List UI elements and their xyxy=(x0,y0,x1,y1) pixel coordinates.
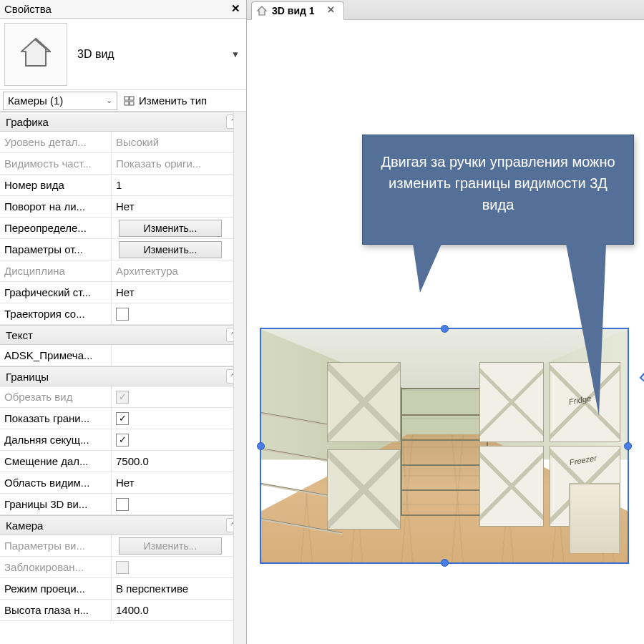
property-row: Видимость част...Показать ориги... xyxy=(0,153,246,175)
property-value-text: Нет xyxy=(116,286,242,298)
checkbox[interactable]: ✓ xyxy=(116,434,129,447)
property-row: Переопределе...Изменить... xyxy=(0,218,246,239)
type-selector[interactable]: 3D вид ▼ xyxy=(0,19,246,90)
crop-handle-south[interactable] xyxy=(441,559,449,567)
group-header[interactable]: Границы⌃⌃ xyxy=(0,366,246,386)
chevron-down-icon: ⌄ xyxy=(106,96,112,105)
property-value[interactable]: 7500.0 xyxy=(112,451,246,472)
edit-type-label: Изменить тип xyxy=(139,94,207,107)
crop-handle-east[interactable] xyxy=(624,442,632,450)
instance-combo[interactable]: Камеры (1) ⌄ xyxy=(3,92,117,110)
property-value[interactable] xyxy=(112,494,246,514)
group-label: Границы xyxy=(6,371,49,383)
property-row: Показать грани...✓ xyxy=(0,408,246,429)
panel-header: Свойства ✕ xyxy=(0,0,246,19)
property-label: Обрезать вид xyxy=(0,386,112,407)
property-value-text: Высокий xyxy=(116,136,242,148)
property-label: Дальняя секущ... xyxy=(0,429,112,450)
property-label: Параметры ви... xyxy=(0,535,112,556)
property-value[interactable]: 1 xyxy=(112,175,246,195)
property-value[interactable]: Нет xyxy=(112,282,246,303)
checkbox: ✓ xyxy=(116,391,129,404)
property-label: Поворот на ли... xyxy=(0,196,112,217)
svg-rect-2 xyxy=(125,97,129,100)
property-label: Номер вида xyxy=(0,175,112,195)
property-value[interactable]: Нет xyxy=(112,196,246,217)
tab-house-icon xyxy=(256,5,268,16)
property-value[interactable]: 1400.0 xyxy=(112,600,246,620)
properties-panel: Свойства ✕ 3D вид ▼ Камеры (1) ⌄ Изменит… xyxy=(0,0,247,644)
property-row: Уровень детал...Высокий xyxy=(0,132,246,153)
property-row: Графический ст...Нет xyxy=(0,282,246,303)
property-label: Параметры от... xyxy=(0,239,112,260)
svg-rect-5 xyxy=(130,102,134,105)
property-value: Изменить... xyxy=(112,218,246,238)
property-label: Заблокирован... xyxy=(0,557,112,577)
property-value: Показать ориги... xyxy=(112,153,246,174)
edit-type-button[interactable]: Изменить тип xyxy=(119,94,246,107)
property-value-text: Архитектура xyxy=(116,265,242,277)
property-row: Дальняя секущ...✓ xyxy=(0,429,246,451)
checkbox[interactable] xyxy=(116,308,129,321)
property-label: Границы 3D ви... xyxy=(0,494,112,514)
panel-title: Свойства xyxy=(4,3,229,15)
property-value[interactable]: Нет xyxy=(112,472,246,493)
property-value[interactable]: В перспективе xyxy=(112,578,246,599)
property-value-text: Нет xyxy=(116,477,242,489)
property-row: ADSK_Примеча... xyxy=(0,345,246,366)
grid-scrollbar[interactable] xyxy=(233,112,246,644)
tab-close-button[interactable]: ✕ xyxy=(326,6,336,16)
property-value-text: 7500.0 xyxy=(116,455,242,467)
property-label: Область видим... xyxy=(0,472,112,493)
view-tab-3d[interactable]: 3D вид 1 ✕ xyxy=(251,1,344,20)
crop-handle-north[interactable] xyxy=(441,325,449,333)
edit-button[interactable]: Изменить... xyxy=(119,241,222,258)
type-dropdown-chevron-icon[interactable]: ▼ xyxy=(229,49,242,59)
property-row: Область видим...Нет xyxy=(0,472,246,494)
property-value: Изменить... xyxy=(112,535,246,556)
checkbox[interactable]: ✓ xyxy=(116,412,129,425)
property-row: Поворот на ли...Нет xyxy=(0,196,246,218)
property-value[interactable] xyxy=(112,303,246,324)
viewport: 3D вид 1 ✕ xyxy=(247,0,644,644)
property-row: Обрезать вид✓ xyxy=(0,386,246,408)
property-row: Номер вида1 xyxy=(0,175,246,196)
property-value[interactable] xyxy=(112,345,246,366)
crop-handle-west[interactable] xyxy=(257,442,265,450)
property-label: Траектория со... xyxy=(0,303,112,324)
group-label: Текст xyxy=(6,329,33,341)
property-value: ✓ xyxy=(112,386,246,407)
property-row: Режим проеци...В перспективе xyxy=(0,578,246,600)
type-label: 3D вид xyxy=(67,48,229,61)
edit-button: Изменить... xyxy=(119,537,222,555)
edit-button[interactable]: Изменить... xyxy=(119,220,222,237)
drawing-canvas[interactable]: Fridge Freezer Двигая за ручки управлени… xyxy=(247,20,644,644)
property-label: Видимость част... xyxy=(0,153,112,174)
property-value[interactable]: ✓ xyxy=(112,429,246,450)
property-row: Параметры ви...Изменить... xyxy=(0,535,246,557)
callout-text: Двигая за ручки управления можно изменит… xyxy=(381,154,615,213)
group-label: Графика xyxy=(6,116,49,128)
property-row: Заблокирован... xyxy=(0,557,246,578)
property-row: Смещение дал...7500.0 xyxy=(0,451,246,472)
house-icon xyxy=(17,34,54,74)
checkbox[interactable] xyxy=(116,498,129,511)
property-row: Параметры от...Изменить... xyxy=(0,239,246,260)
type-thumbnail xyxy=(4,23,67,86)
property-row: Траектория со... xyxy=(0,303,246,325)
property-value: Изменить... xyxy=(112,239,246,260)
group-label: Камера xyxy=(6,519,43,532)
property-label: Показать грани... xyxy=(0,408,112,429)
group-header[interactable]: Текст⌃⌃ xyxy=(0,325,246,345)
property-value-text: 1 xyxy=(116,179,242,191)
property-row: Границы 3D ви... xyxy=(0,494,246,515)
property-label: Уровень детал... xyxy=(0,132,112,152)
property-row: ДисциплинаАрхитектура xyxy=(0,260,246,282)
property-value-text: 1400.0 xyxy=(116,604,242,616)
group-header[interactable]: Графика⌃⌃ xyxy=(0,112,246,132)
break-symbol-icon[interactable] xyxy=(639,356,644,408)
group-header[interactable]: Камера⌃⌃ xyxy=(0,515,246,535)
panel-close-button[interactable]: ✕ xyxy=(229,3,242,16)
property-value[interactable]: ✓ xyxy=(112,408,246,429)
instance-combo-label: Камеры (1) xyxy=(8,94,63,107)
